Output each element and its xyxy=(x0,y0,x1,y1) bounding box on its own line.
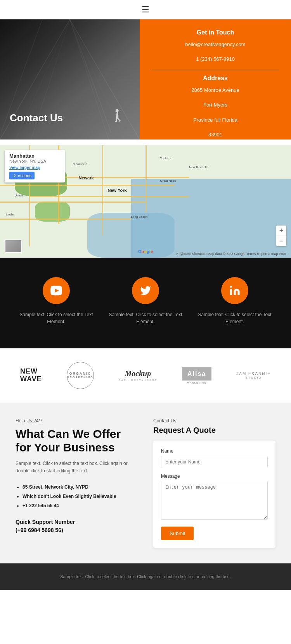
form-card: Name Message Submit xyxy=(153,441,275,548)
map-label-longbeach: Long Beach xyxy=(131,215,148,219)
address-title: Address xyxy=(151,75,279,82)
offer-headline: What Can We Offer for Your Business xyxy=(16,427,138,454)
person-silhouette xyxy=(111,108,120,128)
contact-phone: 1 (234) 567-8910 xyxy=(151,55,279,64)
map-label-newyork: New York xyxy=(108,188,127,193)
contact-column: Contact Us Request A Quote Name Message … xyxy=(153,418,275,548)
offer-list-item-3: +1 222 545 55 44 xyxy=(23,501,138,510)
google-logo: Google xyxy=(138,249,153,254)
linkedin-icon xyxy=(229,285,241,296)
offer-tag: Help Us 24/7 xyxy=(16,418,138,424)
map-road-h2 xyxy=(0,201,146,203)
hero-info-side: Get in Touch hello@creativeagency.com 1 … xyxy=(140,19,291,139)
logo-organic: ORGANIC BROADENING xyxy=(67,362,94,389)
logo-jamieannie: JAMIE&ANNIE STUDIO xyxy=(236,372,271,379)
map-location-title: Manhattan xyxy=(9,153,60,159)
map-road-h3 xyxy=(0,219,131,220)
social-icons-section: Sample text. Click to select the Text El… xyxy=(0,258,291,348)
address-line4: 33901 xyxy=(151,130,279,139)
hero-section: Contact Us Get in Touch hello@creativeag… xyxy=(0,19,291,139)
alisa-logo-sub: MARKETING xyxy=(187,381,207,384)
mockup-logo-sub: BAR · RESTAURANT xyxy=(119,379,157,382)
map-visual: New York Newark Yonkers New Rochelle Uni… xyxy=(0,145,291,258)
contact-form-title: Request A Quote xyxy=(153,426,275,435)
youtube-circle[interactable] xyxy=(43,277,70,304)
logos-section: NEW WAVE ORGANIC BROADENING Mockup BAR ·… xyxy=(0,348,291,403)
address-line3: Province full Florida xyxy=(151,115,279,124)
offer-list-item-1: 65 Street, Network City, NYPD xyxy=(23,482,138,492)
zoom-out-button[interactable]: − xyxy=(276,236,286,246)
offer-support-label: Quick Support Number (+99 6984 5698 56) xyxy=(16,518,138,534)
youtube-icon xyxy=(50,285,62,296)
offer-list: 65 Street, Network City, NYPD Which don'… xyxy=(16,482,138,510)
map-label-bloomfield: Bloomfield xyxy=(73,162,87,166)
zoom-in-button[interactable]: + xyxy=(276,226,286,236)
hamburger-icon[interactable]: ☰ xyxy=(142,5,149,15)
nav-bar: ☰ xyxy=(0,0,291,19)
map-label-greatneck: Great Neck xyxy=(160,179,176,183)
contact-tag: Contact Us xyxy=(153,418,275,424)
name-label: Name xyxy=(161,448,268,454)
map-road-v2 xyxy=(102,145,103,235)
linkedin-item: Sample text. Click to select the Text El… xyxy=(196,277,274,325)
map-road-v3 xyxy=(146,145,147,213)
map-label-union: Union xyxy=(15,194,23,197)
address-line1: 2865 Monroe Avenue xyxy=(151,86,279,95)
map-zoom-controls: + − xyxy=(276,226,286,246)
logo-newwave: NEW WAVE xyxy=(20,368,42,383)
organic-logo-text: ORGANIC BROADENING xyxy=(67,362,94,389)
mockup-logo-text: Mockup xyxy=(125,369,151,378)
map-label-linden: Linden xyxy=(6,213,15,216)
name-input[interactable] xyxy=(161,456,268,468)
map-label-newrochelle: New Rochelle xyxy=(189,165,208,169)
linkedin-text: Sample text. Click to select the Text El… xyxy=(196,311,274,325)
page-footer: Sample text. Click to select the text bo… xyxy=(0,563,291,590)
logo-mockup: Mockup BAR · RESTAURANT xyxy=(119,369,157,382)
svg-line-1 xyxy=(70,19,140,139)
youtube-item: Sample text. Click to select the Text El… xyxy=(17,277,95,325)
map-road-h4 xyxy=(29,196,189,197)
twitter-icon xyxy=(140,285,151,296)
map-overlay-card: Manhattan New York, NY, USA View larger … xyxy=(5,150,65,183)
twitter-circle[interactable] xyxy=(132,277,159,304)
submit-button[interactable]: Submit xyxy=(161,527,194,540)
bottom-section: Help Us 24/7 What Can We Offer for Your … xyxy=(0,403,291,563)
offer-column: Help Us 24/7 What Can We Offer for Your … xyxy=(16,418,138,548)
map-thumbnail xyxy=(5,239,22,253)
contact-email: hello@creativeagency.com xyxy=(151,40,279,49)
footer-text: Sample text. Click to select the text bo… xyxy=(12,573,279,580)
map-label-newark: Newark xyxy=(79,176,94,180)
offer-description: Sample text. Click to select the text bo… xyxy=(16,460,138,475)
svg-point-6 xyxy=(230,286,232,288)
get-in-touch-title: Get in Touch xyxy=(151,29,279,36)
offer-list-item-2: Which don't Look Even Slightly Believabl… xyxy=(23,492,138,501)
map-label-yonkers: Yonkers xyxy=(160,157,171,160)
linkedin-circle[interactable] xyxy=(221,277,248,304)
message-textarea[interactable] xyxy=(161,481,268,520)
alisa-logo-text: Alisa xyxy=(182,367,211,381)
address-line2: Fort Myers xyxy=(151,100,279,109)
view-larger-map-link[interactable]: View larger map xyxy=(9,165,60,170)
youtube-text: Sample text. Click to select the Text El… xyxy=(17,311,95,325)
map-section: New York Newark Yonkers New Rochelle Uni… xyxy=(0,145,291,258)
map-road-h1 xyxy=(0,185,175,186)
svg-line-3 xyxy=(70,19,109,139)
map-footer-text: Keyboard shortcuts Map data ©2023 Google… xyxy=(176,252,286,256)
hero-image-side: Contact Us xyxy=(0,19,140,139)
jamieannie-logo-text: JAMIE&ANNIE STUDIO xyxy=(236,372,271,379)
directions-button[interactable]: Directions xyxy=(9,172,35,179)
logo-alisa: Alisa MARKETING xyxy=(182,367,211,384)
message-label: Message xyxy=(161,474,268,479)
twitter-item: Sample text. Click to select the Text El… xyxy=(107,277,184,325)
newwave-logo-text: NEW WAVE xyxy=(20,368,42,383)
map-location-subtitle: New York, NY, USA xyxy=(9,159,60,164)
hero-title: Contact Us xyxy=(10,112,63,124)
twitter-text: Sample text. Click to select the Text El… xyxy=(107,311,184,325)
divider1 xyxy=(151,70,279,70)
